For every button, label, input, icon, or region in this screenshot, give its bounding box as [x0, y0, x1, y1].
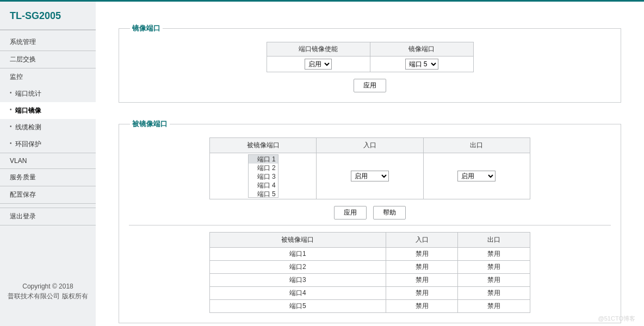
listbox-item[interactable]: 端口 2 [249, 164, 278, 172]
table-row: 端口5禁用禁用 [210, 300, 530, 313]
nav-cable-test[interactable]: 线缆检测 [0, 119, 96, 136]
nav-save-config[interactable]: 配置保存 [0, 186, 96, 204]
cell-ingress: 禁用 [386, 274, 458, 287]
mirrored-apply-button[interactable]: 应用 [334, 206, 367, 220]
copyright-line1: Copyright © 2018 [5, 281, 90, 291]
listbox-item[interactable]: 端口 1 [249, 155, 278, 164]
mirror-port-legend: 镜像端口 [130, 23, 163, 33]
mirror-port-table: 端口镜像使能 镜像端口 启用 端口 5 [267, 42, 474, 72]
main-content: 镜像端口 端口镜像使能 镜像端口 启用 端口 5 [96, 2, 644, 326]
col-ingress: 入口 [317, 138, 423, 153]
footer: Copyright © 2018 普联技术有限公司 版权所有 [0, 281, 96, 326]
cell-port: 端口3 [210, 274, 386, 287]
cell-ingress: 禁用 [386, 248, 458, 261]
listbox-item[interactable]: 端口 5 [249, 190, 278, 198]
table-row: 端口4禁用禁用 [210, 287, 530, 300]
cell-egress: 禁用 [458, 287, 530, 300]
cell-egress: 禁用 [458, 274, 530, 287]
nav-loop-protect[interactable]: 环回保护 [0, 136, 96, 153]
cell-egress: 禁用 [458, 300, 530, 313]
mirrored-port-listbox[interactable]: 端口 1端口 2端口 3端口 4端口 5 [248, 154, 278, 198]
cell-ingress: 禁用 [386, 300, 458, 313]
cell-ingress: 禁用 [386, 287, 458, 300]
nav-system[interactable]: 系统管理 [0, 34, 96, 51]
cell-ingress: 禁用 [386, 261, 458, 274]
table-row: 端口2禁用禁用 [210, 261, 530, 274]
col-mirror-port: 镜像端口 [370, 42, 473, 57]
status-col-ingress: 入口 [386, 233, 458, 248]
mirror-port-select[interactable]: 端口 5 [405, 59, 438, 70]
status-col-port: 被镜像端口 [210, 233, 386, 248]
table-row: 端口3禁用禁用 [210, 274, 530, 287]
mirrored-status-table: 被镜像端口 入口 出口 端口1禁用禁用端口2禁用禁用端口3禁用禁用端口4禁用禁用… [209, 232, 530, 313]
help-button[interactable]: 帮助 [373, 206, 406, 220]
cell-egress: 禁用 [458, 248, 530, 261]
cell-egress: 禁用 [458, 261, 530, 274]
sidebar: TL-SG2005 系统管理 二层交换 监控 端口统计 端口镜像 线缆检测 环回… [0, 2, 96, 326]
mirrored-config-table: 被镜像端口 入口 出口 端口 1端口 2端口 3端口 4端口 5 启用 [209, 137, 530, 199]
listbox-item[interactable]: 端口 4 [249, 181, 278, 190]
brand-title: TL-SG2005 [0, 2, 96, 30]
mirror-port-panel: 镜像端口 端口镜像使能 镜像端口 启用 端口 5 [119, 23, 621, 103]
mirror-enable-select[interactable]: 启用 [305, 59, 332, 70]
nav-vlan[interactable]: VLAN [0, 153, 96, 169]
nav-gap [0, 204, 96, 208]
nav-monitor[interactable]: 监控 [0, 68, 96, 85]
layout: TL-SG2005 系统管理 二层交换 监控 端口统计 端口镜像 线缆检测 环回… [0, 2, 644, 326]
nav-qos[interactable]: 服务质量 [0, 169, 96, 186]
nav-logout[interactable]: 退出登录 [0, 208, 96, 225]
copyright-line2: 普联技术有限公司 版权所有 [5, 291, 90, 301]
cell-port: 端口4 [210, 287, 386, 300]
nav-l2switch[interactable]: 二层交换 [0, 51, 96, 68]
col-mirrored-port: 被镜像端口 [210, 138, 317, 153]
separator [129, 225, 611, 225]
egress-select[interactable]: 启用 [457, 171, 496, 181]
col-mirror-enable: 端口镜像使能 [267, 42, 370, 57]
cell-port: 端口1 [210, 248, 386, 261]
nav-port-stats[interactable]: 端口统计 [0, 85, 96, 102]
listbox-item[interactable]: 端口 3 [249, 172, 278, 181]
col-egress: 出口 [423, 138, 530, 153]
cell-port: 端口5 [210, 300, 386, 313]
table-row: 端口1禁用禁用 [210, 248, 530, 261]
status-col-egress: 出口 [458, 233, 530, 248]
ingress-select[interactable]: 启用 [351, 171, 389, 181]
mirror-apply-button[interactable]: 应用 [354, 79, 386, 92]
mirrored-port-legend: 被镜像端口 [130, 119, 170, 129]
cell-port: 端口2 [210, 261, 386, 274]
mirrored-port-panel: 被镜像端口 被镜像端口 入口 出口 端口 1端口 2端口 3端口 4端口 5 启… [119, 119, 621, 323]
nav: 系统管理 二层交换 监控 端口统计 端口镜像 线缆检测 环回保护 VLAN 服务… [0, 34, 96, 225]
nav-port-mirror[interactable]: 端口镜像 [0, 102, 96, 119]
